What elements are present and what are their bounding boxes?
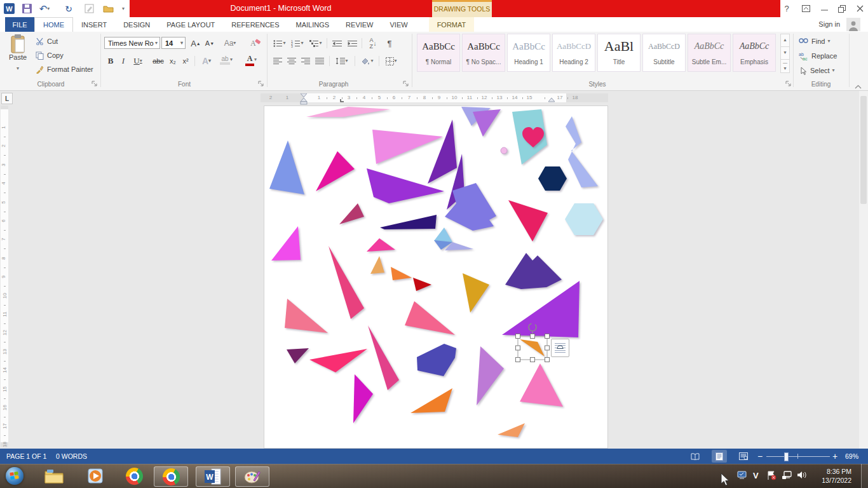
- style-subtitle[interactable]: AaBbCcDSubtitle: [642, 34, 686, 72]
- shape-pink-skinny-1[interactable]: [329, 246, 364, 319]
- shape-selected-orange[interactable]: [520, 339, 545, 356]
- start-button[interactable]: [5, 466, 24, 485]
- shape-bigpurple-right[interactable]: [502, 281, 580, 337]
- shape-magenta-bottom[interactable]: [353, 374, 373, 423]
- decrease-indent-button[interactable]: [330, 37, 344, 50]
- word-taskbar-icon[interactable]: W: [196, 466, 230, 487]
- shape-salmon[interactable]: [285, 299, 328, 333]
- paste-button[interactable]: Paste ▾: [5, 34, 31, 72]
- selection-handle[interactable]: [545, 358, 550, 362]
- tray-app-icon[interactable]: [737, 471, 747, 479]
- shape-orchid-wide[interactable]: [372, 130, 443, 164]
- zoom-slider-track[interactable]: [766, 456, 830, 457]
- style-title[interactable]: AaBlTitle: [597, 34, 641, 72]
- shape-periwinkle-zigzag[interactable]: [566, 116, 598, 187]
- selection-handle[interactable]: [516, 346, 520, 350]
- shape-pink-dot[interactable]: [501, 147, 507, 154]
- shape-orange-bottom[interactable]: [410, 388, 452, 413]
- bullets-button[interactable]: ▾: [271, 37, 288, 50]
- text-effects-button[interactable]: A▾: [198, 55, 215, 67]
- shape-darkviolet-tall[interactable]: [428, 119, 457, 184]
- style-emphasis[interactable]: AaBbCcEmphasis: [733, 34, 776, 72]
- tab-page-layout[interactable]: PAGE LAYOUT: [158, 17, 223, 32]
- clipboard-dialog-launcher[interactable]: [92, 81, 98, 88]
- borders-button[interactable]: ▾: [382, 55, 401, 67]
- tab-selector[interactable]: L: [1, 93, 13, 104]
- layout-options-button[interactable]: [551, 339, 569, 357]
- selection-handle[interactable]: [545, 334, 550, 339]
- shape-sky-small[interactable]: [434, 227, 452, 242]
- tray-v-icon[interactable]: V: [753, 471, 759, 480]
- shape-hotpink-small[interactable]: [367, 238, 395, 252]
- shape-violetpink-left[interactable]: [271, 226, 301, 261]
- shape-maroon-small[interactable]: [339, 203, 364, 224]
- shape-darkpurple-arrow[interactable]: [287, 348, 309, 363]
- superscript-button[interactable]: x²: [180, 55, 191, 67]
- align-right-button[interactable]: [299, 55, 312, 67]
- tab-design[interactable]: DESIGN: [115, 17, 158, 32]
- shape-tan-small[interactable]: [370, 256, 384, 274]
- shape-darkpurple-mountain[interactable]: [505, 253, 562, 289]
- underline-button[interactable]: U▾: [130, 55, 146, 67]
- tab-format-contextual[interactable]: FORMAT: [429, 17, 475, 32]
- save-icon[interactable]: [20, 3, 33, 15]
- styles-scroll-up[interactable]: ▲: [780, 34, 790, 47]
- shape-darkred-small[interactable]: [413, 278, 431, 291]
- shape-navy-hexagon[interactable]: [538, 166, 567, 191]
- selection-handle[interactable]: [531, 358, 535, 362]
- increase-indent-button[interactable]: [345, 37, 359, 50]
- shape-amethyst-top[interactable]: [473, 109, 501, 137]
- numbering-button[interactable]: 123▾: [289, 37, 306, 50]
- style-heading-2[interactable]: AaBbCcDHeading 2: [552, 34, 595, 72]
- shape-orange-small[interactable]: [391, 267, 412, 280]
- paint-icon[interactable]: [235, 466, 269, 487]
- shape-orchid-mid[interactable]: [477, 346, 504, 405]
- tab-references[interactable]: REFERENCES: [223, 17, 287, 32]
- italic-button[interactable]: I: [119, 55, 128, 67]
- shrink-font-button[interactable]: A▼: [203, 37, 216, 50]
- multilevel-list-button[interactable]: ▾: [307, 37, 325, 50]
- shape-hotpink-left[interactable]: [309, 349, 367, 372]
- tab-view[interactable]: VIEW: [382, 17, 416, 32]
- font-color-button[interactable]: A▾: [241, 53, 261, 66]
- chrome-icon-2[interactable]: [154, 466, 188, 487]
- web-layout-button[interactable]: [736, 450, 751, 463]
- collapse-ribbon-button[interactable]: [851, 82, 864, 91]
- shape-pink-mid[interactable]: [405, 301, 455, 335]
- page-status[interactable]: PAGE 1 OF 1: [6, 449, 46, 464]
- shape-magenta-left[interactable]: [316, 151, 355, 191]
- file-explorer-icon[interactable]: [44, 466, 64, 485]
- avatar-icon[interactable]: [846, 18, 860, 31]
- align-left-button[interactable]: [271, 55, 284, 67]
- copy-button[interactable]: Copy: [36, 50, 64, 61]
- style-normal[interactable]: AaBbCc¶ Normal: [417, 34, 460, 72]
- show-desktop-button[interactable]: [861, 464, 868, 488]
- sign-in-link[interactable]: Sign in: [818, 17, 840, 32]
- restore-button[interactable]: [833, 0, 851, 17]
- line-spacing-button[interactable]: ▾: [333, 55, 351, 67]
- network-icon[interactable]: [782, 471, 792, 480]
- volume-icon[interactable]: [797, 471, 807, 479]
- grow-font-button[interactable]: A▲: [189, 37, 202, 50]
- shape-goldenrod[interactable]: [463, 273, 489, 313]
- font-size-combo[interactable]: 14▾: [161, 37, 186, 49]
- zoom-slider-thumb[interactable]: [784, 452, 789, 461]
- sort-button[interactable]: AZ↓: [365, 37, 381, 50]
- tab-mailings[interactable]: MAILINGS: [288, 17, 338, 32]
- help-button[interactable]: ?: [778, 0, 796, 17]
- close-icon[interactable]: [851, 0, 868, 17]
- print-layout-button[interactable]: [712, 450, 727, 463]
- justify-button[interactable]: [313, 55, 326, 67]
- scrollbar-thumb[interactable]: [860, 96, 867, 204]
- minimize-button[interactable]: [815, 0, 833, 17]
- show-hide-pilcrow-button[interactable]: ¶: [384, 37, 395, 50]
- shape-indigo-pentagon[interactable]: [417, 344, 456, 376]
- paragraph-dialog-launcher[interactable]: [403, 81, 410, 88]
- tab-insert[interactable]: INSERT: [73, 17, 115, 32]
- change-case-button[interactable]: Aa▾: [221, 37, 239, 50]
- undo-icon[interactable]: ↶▾: [38, 3, 51, 15]
- align-center-button[interactable]: [285, 55, 298, 67]
- shape-pink-bottom[interactable]: [520, 363, 563, 407]
- draft-icon[interactable]: [83, 3, 95, 15]
- style-subtle-em[interactable]: AaBbCcSubtle Em...: [688, 34, 731, 72]
